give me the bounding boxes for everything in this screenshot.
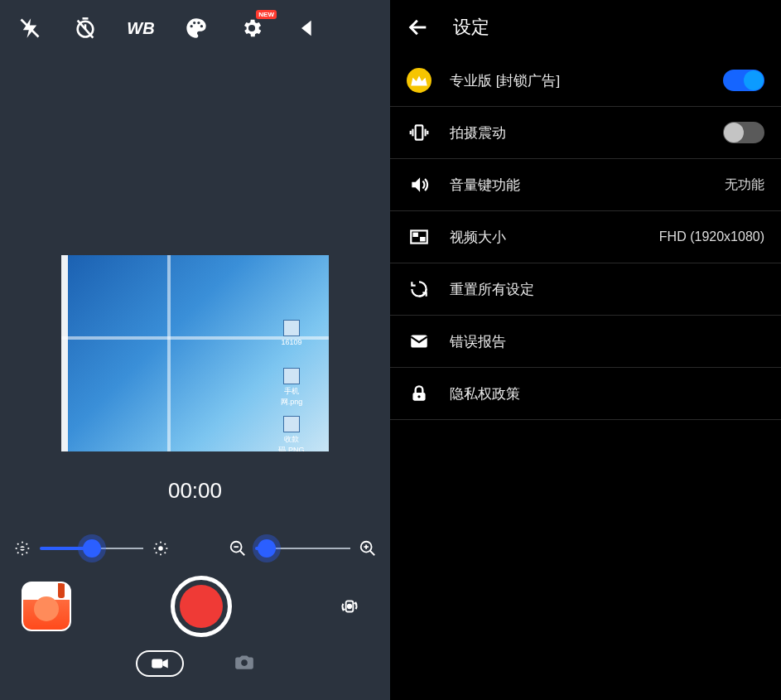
desktop-file-label: 收款码.PNG — [275, 434, 308, 451]
sliders-row — [0, 521, 390, 576]
vibration-icon — [407, 120, 431, 145]
flash-off-icon[interactable] — [17, 15, 43, 41]
back-icon[interactable] — [407, 16, 430, 39]
settings-header: 设定 — [390, 0, 781, 55]
brightness-up-icon[interactable] — [150, 538, 171, 559]
svg-line-34 — [370, 551, 375, 556]
svg-point-41 — [241, 659, 248, 666]
setting-label: 音量键功能 — [450, 176, 706, 195]
settings-title: 设定 — [453, 15, 489, 40]
brightness-slider[interactable] — [12, 538, 171, 559]
mode-switch — [136, 650, 255, 677]
svg-line-28 — [156, 553, 157, 553]
svg-point-8 — [197, 22, 200, 24]
palette-icon[interactable] — [183, 15, 210, 41]
svg-point-6 — [190, 25, 193, 27]
svg-point-53 — [417, 395, 420, 398]
setting-label: 视频大小 — [450, 228, 641, 247]
svg-line-31 — [240, 551, 245, 556]
setting-bug-report[interactable]: 错误报告 — [390, 316, 781, 368]
bottom-controls — [0, 576, 390, 700]
camera-viewfinder[interactable]: 16109 手机网.png 收款码.PNG — [61, 255, 329, 451]
photo-mode-button[interactable] — [234, 651, 255, 676]
collapse-left-icon[interactable] — [294, 15, 321, 41]
desktop-file-label: 16109 — [281, 338, 301, 346]
crown-icon — [407, 68, 431, 93]
zoom-slider[interactable] — [227, 538, 378, 559]
svg-line-27 — [165, 553, 166, 553]
settings-panel: 设定 专业版 [封锁广告] 拍摄震动 音量键功能 无功能 — [390, 0, 781, 700]
desktop-file-label: 手机网.png — [275, 386, 308, 408]
svg-line-18 — [17, 553, 18, 553]
setting-video-size[interactable]: 视频大小 FHD (1920x1080) — [390, 211, 781, 263]
settings-icon[interactable]: NEW — [239, 15, 265, 41]
setting-label: 重置所有设定 — [450, 280, 764, 299]
svg-line-17 — [27, 553, 27, 553]
recording-timer: 00:00 — [168, 478, 222, 504]
setting-volume-key[interactable]: 音量键功能 无功能 — [390, 159, 781, 211]
svg-line-29 — [165, 543, 166, 544]
setting-label: 拍摄震动 — [450, 123, 705, 142]
setting-pro[interactable]: 专业版 [封锁广告] — [390, 55, 781, 107]
zoom-out-icon[interactable] — [227, 538, 248, 559]
aspect-ratio-icon — [407, 224, 431, 249]
svg-point-21 — [158, 546, 163, 551]
svg-line-26 — [156, 543, 157, 544]
svg-line-19 — [27, 543, 27, 544]
svg-line-16 — [17, 543, 18, 544]
new-badge: NEW — [256, 10, 277, 19]
zoom-in-icon[interactable] — [357, 538, 378, 559]
flip-camera-icon[interactable] — [330, 587, 369, 625]
setting-privacy[interactable]: 隐私权政策 — [390, 368, 781, 420]
svg-rect-39 — [152, 659, 162, 669]
svg-marker-40 — [162, 659, 168, 669]
svg-point-38 — [348, 605, 351, 608]
gallery-thumbnail[interactable] — [22, 582, 71, 631]
svg-rect-50 — [421, 238, 424, 240]
setting-value: FHD (1920x1080) — [659, 229, 764, 244]
svg-rect-49 — [414, 234, 417, 236]
toggle-vibrate[interactable] — [723, 122, 764, 143]
camera-panel: WB NEW 16109 手机网.png 收款码.PNG 00:00 — [0, 0, 390, 700]
mail-icon — [407, 329, 431, 354]
video-mode-button[interactable] — [136, 650, 184, 677]
reset-icon — [407, 277, 431, 302]
settings-list: 专业版 [封锁广告] 拍摄震动 音量键功能 无功能 视频大小 FHD (1920… — [390, 55, 781, 420]
svg-point-9 — [200, 25, 203, 27]
setting-reset[interactable]: 重置所有设定 — [390, 263, 781, 316]
brightness-down-icon[interactable] — [12, 538, 33, 559]
svg-point-7 — [193, 22, 195, 24]
setting-value: 无功能 — [725, 176, 764, 194]
white-balance-icon[interactable]: WB — [128, 15, 154, 41]
camera-top-toolbar: WB NEW — [0, 0, 390, 56]
toggle-pro[interactable] — [723, 70, 764, 91]
svg-rect-43 — [416, 125, 423, 139]
svg-marker-10 — [301, 21, 311, 36]
setting-label: 隐私权政策 — [450, 384, 764, 403]
volume-icon — [407, 172, 431, 197]
viewfinder-area: 16109 手机网.png 收款码.PNG 00:00 — [0, 56, 390, 521]
setting-label: 错误报告 — [450, 332, 764, 351]
lock-icon — [407, 381, 431, 406]
timer-off-icon[interactable] — [72, 15, 99, 41]
setting-label: 专业版 [封锁广告] — [450, 71, 705, 90]
record-button[interactable] — [171, 576, 232, 637]
setting-vibrate[interactable]: 拍摄震动 — [390, 107, 781, 159]
